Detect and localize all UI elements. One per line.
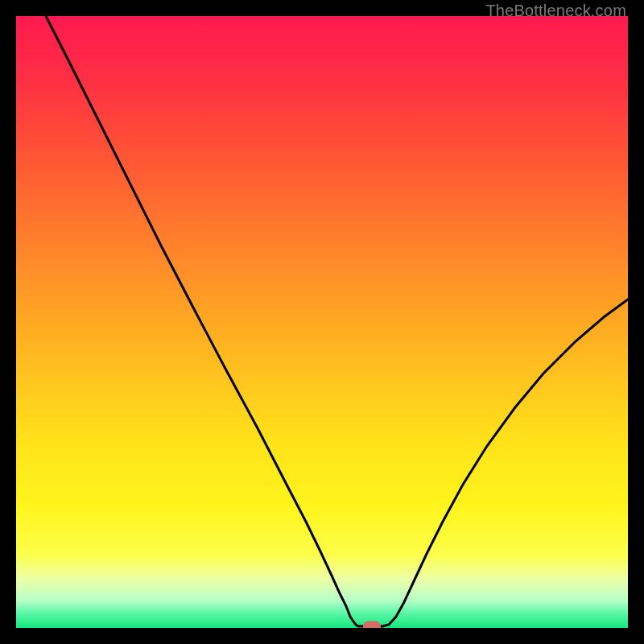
watermark-text: TheBottleneck.com [485, 2, 626, 20]
bottleneck-curve [16, 16, 628, 628]
chart-frame: TheBottleneck.com [0, 0, 644, 644]
plot-area [16, 16, 628, 628]
curve-right-branch [382, 299, 628, 626]
curve-left-branch [46, 16, 382, 626]
optimal-point-marker [363, 621, 381, 629]
